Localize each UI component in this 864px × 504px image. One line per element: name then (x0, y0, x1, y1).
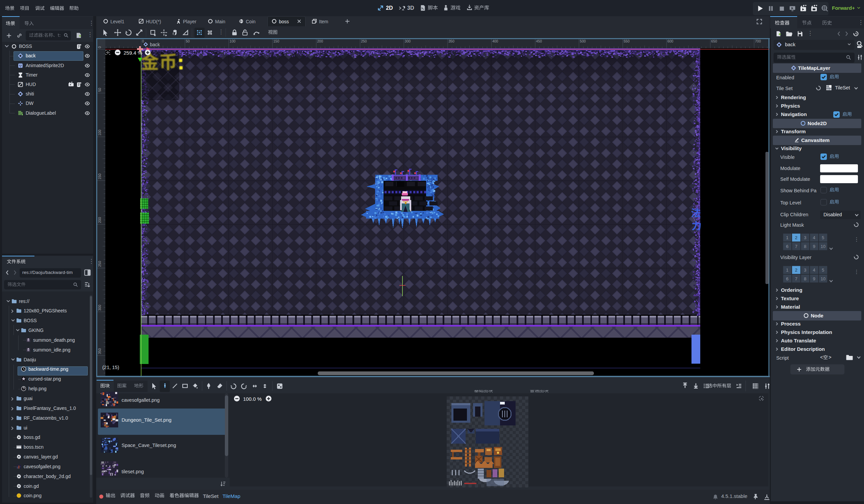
svg-text:2: 2 (795, 235, 797, 240)
svg-text:10: 10 (820, 244, 825, 249)
svg-text:5: 5 (822, 268, 824, 273)
svg-text:1: 1 (786, 235, 788, 240)
svg-text:8: 8 (804, 276, 806, 281)
svg-text:7: 7 (795, 276, 797, 281)
svg-text:9: 9 (813, 276, 815, 281)
svg-text:1: 1 (786, 268, 788, 273)
svg-text:3: 3 (804, 235, 806, 240)
svg-text:7: 7 (795, 244, 797, 249)
svg-text:2: 2 (795, 268, 797, 273)
svg-text:5: 5 (822, 235, 824, 240)
svg-text:4: 4 (813, 268, 815, 273)
svg-text:10: 10 (820, 276, 825, 281)
svg-text:9: 9 (813, 244, 815, 249)
svg-text:3: 3 (804, 268, 806, 273)
svg-text:6: 6 (786, 244, 788, 249)
svg-text:4: 4 (813, 235, 815, 240)
svg-text:8: 8 (804, 244, 806, 249)
svg-text:6: 6 (786, 276, 788, 281)
